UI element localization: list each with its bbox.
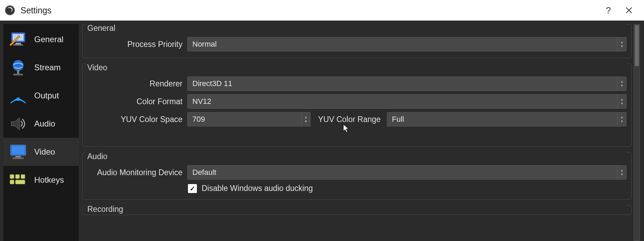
spinner-icon: ▲▼: [617, 37, 626, 51]
svg-rect-4: [13, 44, 23, 46]
audio-monitoring-combo[interactable]: Default ▲▼: [187, 165, 627, 180]
help-button[interactable]: ?: [598, 0, 619, 21]
combo-value: Normal: [188, 40, 617, 49]
group-recording: Recording: [82, 205, 632, 215]
sidebar-item-video[interactable]: Video: [3, 138, 79, 166]
color-format-label: Color Format: [87, 97, 182, 106]
sidebar-item-label: Stream: [34, 63, 61, 72]
content-area: General Process Priority Normal ▲▼ Video…: [82, 24, 641, 241]
output-icon: [8, 87, 29, 105]
sidebar-item-label: Output: [34, 91, 59, 100]
process-priority-label: Process Priority: [87, 40, 182, 49]
combo-value: Full: [387, 115, 617, 124]
close-button[interactable]: [619, 0, 639, 21]
sidebar-item-audio[interactable]: Audio: [3, 110, 79, 138]
combo-value: 709: [188, 115, 301, 124]
hotkeys-icon: [8, 171, 29, 189]
obs-app-icon: [4, 4, 16, 16]
scrollbar-thumb[interactable]: [635, 25, 639, 66]
group-title: Audio: [86, 152, 627, 161]
checkbox-icon: ✓: [188, 184, 197, 193]
color-format-combo[interactable]: NV12 ▲▼: [187, 94, 627, 109]
disable-ducking-checkbox[interactable]: ✓ Disable Windows audio ducking: [188, 184, 627, 193]
combo-value: Default: [188, 168, 617, 177]
sidebar-item-label: Hotkeys: [34, 175, 64, 185]
svg-point-5: [13, 60, 24, 71]
audio-icon: [8, 115, 29, 133]
yuv-color-range-label: YUV Color Range: [315, 115, 382, 124]
group-audio: Audio Audio Monitoring Device Default ▲▼…: [82, 152, 632, 200]
svg-rect-14: [15, 174, 20, 179]
sidebar: General Stream O: [3, 24, 79, 241]
combo-value: NV12: [188, 97, 617, 106]
combo-value: Direct3D 11: [188, 79, 617, 88]
svg-rect-3: [15, 43, 21, 44]
checkbox-label: Disable Windows audio ducking: [202, 184, 313, 193]
sidebar-item-label: Video: [34, 147, 55, 157]
sidebar-item-label: Audio: [34, 119, 55, 129]
yuv-color-space-label: YUV Color Space: [87, 115, 182, 124]
audio-monitoring-label: Audio Monitoring Device: [87, 168, 182, 177]
group-title: General: [86, 24, 627, 33]
group-title: Video: [86, 63, 627, 72]
stream-icon: [8, 59, 29, 76]
general-icon: [8, 31, 29, 48]
sidebar-item-label: General: [34, 35, 63, 44]
titlebar: Settings ?: [0, 0, 644, 21]
spinner-icon: ▲▼: [301, 112, 310, 126]
process-priority-combo[interactable]: Normal ▲▼: [187, 37, 627, 51]
spinner-icon: ▲▼: [617, 95, 626, 108]
svg-rect-13: [10, 174, 14, 179]
svg-rect-10: [12, 146, 25, 154]
video-icon: [8, 143, 29, 161]
body: General Stream O: [0, 21, 644, 241]
renderer-combo[interactable]: Direct3D 11 ▲▼: [187, 76, 627, 91]
svg-rect-16: [10, 180, 14, 184]
svg-rect-15: [21, 174, 25, 179]
window-title: Settings: [21, 5, 598, 15]
renderer-label: Renderer: [87, 79, 182, 88]
spinner-icon: ▲▼: [617, 77, 626, 91]
yuv-color-space-combo[interactable]: 709 ▲▼: [187, 112, 311, 126]
group-general: General Process Priority Normal ▲▼: [82, 24, 632, 58]
svg-point-0: [5, 5, 15, 15]
group-video: Video Renderer Direct3D 11 ▲▼ Color Form…: [82, 63, 632, 147]
svg-rect-17: [15, 180, 25, 184]
svg-rect-6: [17, 70, 19, 74]
svg-rect-12: [13, 157, 24, 159]
yuv-color-range-combo[interactable]: Full ▲▼: [387, 112, 627, 126]
sidebar-item-output[interactable]: Output: [3, 82, 79, 110]
sidebar-item-general[interactable]: General: [3, 25, 79, 53]
spinner-icon: ▲▼: [617, 166, 626, 179]
sidebar-item-hotkeys[interactable]: Hotkeys: [3, 166, 79, 194]
group-title: Recording: [86, 205, 627, 214]
vertical-scrollbar[interactable]: [634, 24, 640, 241]
sidebar-item-stream[interactable]: Stream: [3, 53, 79, 82]
svg-rect-11: [15, 156, 21, 157]
svg-rect-7: [13, 74, 23, 75]
spinner-icon: ▲▼: [617, 112, 626, 126]
